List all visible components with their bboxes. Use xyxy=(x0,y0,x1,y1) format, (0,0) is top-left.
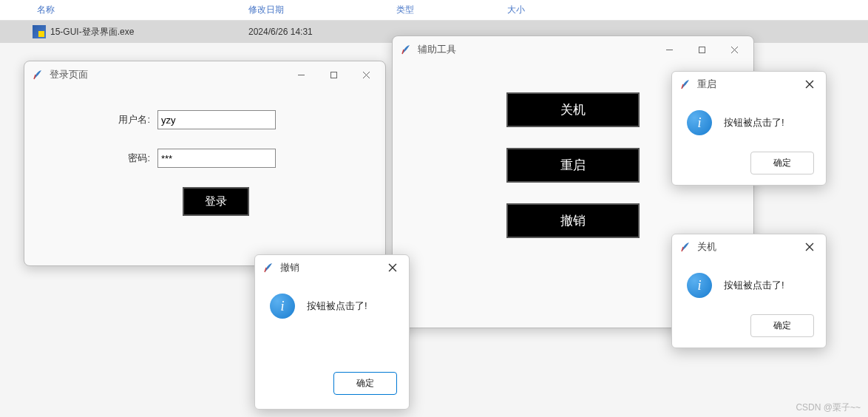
msgbox-title: 撤销 xyxy=(280,261,382,274)
exe-file-icon xyxy=(33,25,46,38)
aux-titlebar[interactable]: 辅助工具 xyxy=(393,36,753,63)
column-name[interactable]: 名称 xyxy=(0,4,243,16)
column-date[interactable]: 修改日期 xyxy=(243,4,390,16)
minimize-button[interactable] xyxy=(653,38,685,61)
msgbox-title: 重启 xyxy=(697,78,799,91)
restart-messagebox: 重启 i 按钮被点击了! 确定 xyxy=(671,71,827,186)
ok-button[interactable]: 确定 xyxy=(750,314,814,337)
explorer-header: 名称 修改日期 类型 大小 xyxy=(0,0,868,21)
password-label: 密码: xyxy=(54,152,157,165)
watermark: CSDN @栗子~~ xyxy=(796,401,861,414)
msgbox-text: 按钮被点击了! xyxy=(307,299,367,313)
close-button[interactable] xyxy=(718,38,750,61)
info-icon: i xyxy=(270,294,295,319)
msgbox-text: 按钮被点击了! xyxy=(724,279,784,292)
msgbox-titlebar[interactable]: 重启 xyxy=(672,72,826,97)
username-label: 用户名: xyxy=(54,113,157,126)
svg-rect-1 xyxy=(330,72,336,78)
close-icon[interactable] xyxy=(799,75,820,94)
login-window: 登录页面 用户名: 密码: 登录 xyxy=(24,61,386,266)
tk-feather-icon xyxy=(679,241,691,253)
username-input[interactable] xyxy=(157,110,276,129)
shutdown-button[interactable]: 关机 xyxy=(506,92,640,127)
info-icon: i xyxy=(687,110,712,135)
file-date: 2024/6/26 14:31 xyxy=(243,27,390,37)
password-input[interactable] xyxy=(157,149,276,168)
tk-feather-icon xyxy=(679,78,691,90)
close-button[interactable] xyxy=(350,64,382,86)
ok-button[interactable]: 确定 xyxy=(333,372,397,395)
close-icon[interactable] xyxy=(799,237,820,257)
column-type[interactable]: 类型 xyxy=(390,4,501,16)
cancel-button[interactable]: 撤销 xyxy=(506,203,640,238)
restart-button[interactable]: 重启 xyxy=(506,148,640,183)
login-button[interactable]: 登录 xyxy=(183,187,249,216)
tk-feather-icon xyxy=(400,44,412,55)
msgbox-text: 按钮被点击了! xyxy=(724,116,784,129)
close-icon[interactable] xyxy=(382,258,403,277)
login-title: 登录页面 xyxy=(50,68,285,81)
maximize-button[interactable] xyxy=(317,64,350,86)
shutdown-messagebox: 关机 i 按钮被点击了! 确定 xyxy=(671,234,827,348)
cancel-messagebox: 撤销 i 按钮被点击了! 确定 xyxy=(254,254,410,410)
msgbox-titlebar[interactable]: 关机 xyxy=(672,234,826,260)
login-titlebar[interactable]: 登录页面 xyxy=(24,61,385,88)
tk-feather-icon xyxy=(32,69,44,81)
msgbox-title: 关机 xyxy=(697,240,799,254)
info-icon: i xyxy=(687,273,712,298)
minimize-button[interactable] xyxy=(285,64,317,86)
svg-rect-5 xyxy=(699,47,705,52)
column-size[interactable]: 大小 xyxy=(501,4,575,16)
ok-button[interactable]: 确定 xyxy=(750,152,814,174)
msgbox-titlebar[interactable]: 撤销 xyxy=(255,255,409,280)
maximize-button[interactable] xyxy=(685,38,718,61)
file-name: 15-GUI-登录界面.exe xyxy=(50,26,134,38)
tk-feather-icon xyxy=(262,262,274,274)
aux-title: 辅助工具 xyxy=(418,43,653,56)
